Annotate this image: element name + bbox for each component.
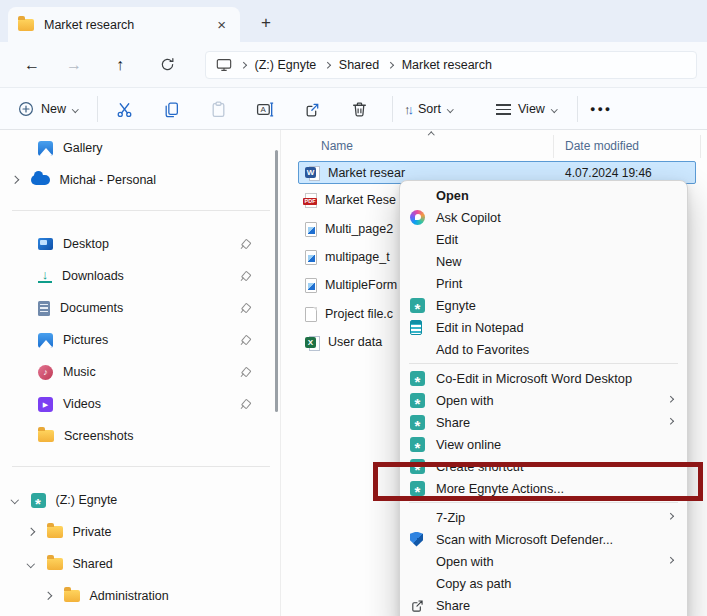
sort-ascending-icon <box>428 132 434 138</box>
folder-icon <box>38 430 54 442</box>
file-name: Market Rese <box>325 193 396 207</box>
refresh-button[interactable] <box>152 52 182 78</box>
column-date-modified[interactable]: Date modified <box>565 139 639 153</box>
sort-icon: ↑↓ <box>404 102 411 117</box>
cut-button[interactable] <box>108 93 140 125</box>
up-button[interactable]: ↑ <box>105 52 135 78</box>
back-button[interactable]: ← <box>17 52 47 78</box>
file-row-market-research-doc[interactable]: Market resear <box>305 161 405 184</box>
egnyte-icon: * <box>410 393 425 408</box>
address-bar[interactable]: (Z:) Egnyte Shared Market research <box>205 51 697 79</box>
sidebar-item-downloads[interactable]: ↓ Downloads <box>0 260 270 292</box>
menu-item-edit-in-notepad[interactable]: Edit in Notepad <box>400 316 687 338</box>
chevron-right-icon[interactable] <box>27 528 35 536</box>
sidebar-item-onedrive-personal[interactable]: Michał - Personal <box>0 164 270 196</box>
menu-item-add-to-favorites[interactable]: Add to Favorites <box>400 338 687 360</box>
downloads-icon: ↓ <box>38 269 52 283</box>
menu-item-ask-copilot[interactable]: Ask Copilot <box>400 206 687 228</box>
menu-item-egnyte-open-with[interactable]: * Open with <box>400 389 687 411</box>
pin-icon <box>237 268 252 283</box>
menu-item-egnyte-share[interactable]: * Share <box>400 411 687 433</box>
tab-market-research[interactable]: Market research × <box>8 7 240 42</box>
pin-icon <box>237 364 252 379</box>
column-name[interactable]: Name <box>321 139 353 153</box>
sidebar-item-shared[interactable]: Shared <box>0 548 270 580</box>
chevron-right-icon[interactable] <box>11 176 19 184</box>
sidebar-item-music[interactable]: ♪ Music <box>0 356 270 388</box>
chevron-right-icon <box>387 62 393 68</box>
menu-item-coedit-word-desktop[interactable]: * Co-Edit in Microsoft Word Desktop <box>400 367 687 389</box>
submenu-chevron-icon <box>667 396 673 402</box>
document-file-icon <box>305 222 317 237</box>
column-separator[interactable] <box>700 135 701 158</box>
sidebar-item-egnyte-drive[interactable]: * (Z:) Egnyte <box>0 484 270 516</box>
folder-icon <box>64 590 80 602</box>
file-name: User data <box>328 335 382 349</box>
sort-button[interactable]: ↑↓ Sort <box>398 92 458 126</box>
breadcrumb-market-research[interactable]: Market research <box>402 58 492 72</box>
view-icon <box>496 104 511 115</box>
sidebar-scrollbar[interactable] <box>275 150 278 412</box>
chevron-right-icon <box>240 62 246 68</box>
menu-item-7zip[interactable]: 7-Zip <box>400 506 687 528</box>
submenu-chevron-icon <box>667 418 673 424</box>
sidebar-item-gallery[interactable]: Gallery <box>0 132 270 164</box>
document-file-icon <box>305 250 317 265</box>
sidebar-item-desktop[interactable]: Desktop <box>0 228 270 260</box>
paste-button[interactable] <box>202 93 234 125</box>
copy-button[interactable] <box>155 93 187 125</box>
annotation-highlight-box <box>373 462 703 501</box>
new-button[interactable]: New <box>12 92 84 126</box>
toolbar-separator <box>577 96 578 122</box>
rename-icon: A <box>256 101 274 118</box>
file-row-user-data[interactable]: User data <box>305 331 382 353</box>
menu-item-share[interactable]: Share <box>400 594 687 616</box>
sidebar-item-videos[interactable]: ▶ Videos <box>0 388 270 420</box>
menu-item-open-with[interactable]: Open with <box>400 550 687 572</box>
forward-button[interactable]: → <box>59 52 89 78</box>
copilot-icon <box>410 210 425 225</box>
gallery-icon <box>38 141 53 156</box>
chevron-down-icon[interactable] <box>27 560 35 568</box>
sidebar-item-administration[interactable]: Administration <box>0 580 270 612</box>
menu-divider <box>409 502 678 503</box>
sidebar-item-pictures[interactable]: Pictures <box>0 324 270 356</box>
this-pc-icon <box>216 58 232 72</box>
file-row-pdf[interactable]: Market Rese <box>305 189 396 211</box>
folder-icon <box>47 526 63 538</box>
cut-icon <box>116 101 133 118</box>
file-row[interactable]: Multi_page2 <box>305 218 393 240</box>
sidebar-item-label: Downloads <box>62 269 124 283</box>
pictures-icon <box>38 333 53 348</box>
view-button[interactable]: View <box>490 92 562 126</box>
menu-item-egnyte[interactable]: * Egnyte <box>400 294 687 316</box>
menu-item-open[interactable]: Open <box>400 184 687 206</box>
sidebar-item-private[interactable]: Private <box>0 516 270 548</box>
sidebar-item-documents[interactable]: Documents <box>0 292 270 324</box>
see-more-button[interactable]: ●●● <box>584 92 618 126</box>
menu-item-scan-with-defender[interactable]: Scan with Microsoft Defender... <box>400 528 687 550</box>
column-headers: Name Date modified <box>281 131 707 161</box>
menu-item-view-online[interactable]: * View online <box>400 433 687 455</box>
file-row[interactable]: multipage_t <box>305 246 390 268</box>
menu-item-new[interactable]: New <box>400 250 687 272</box>
close-tab-icon[interactable]: × <box>213 16 230 33</box>
rename-button[interactable]: A <box>249 93 281 125</box>
breadcrumb-shared[interactable]: Shared <box>339 58 379 72</box>
chevron-right-icon[interactable] <box>44 592 52 600</box>
share-button[interactable] <box>296 93 328 125</box>
sidebar-item-screenshots[interactable]: Screenshots <box>0 420 270 452</box>
sidebar-item-label: Michał - Personal <box>60 173 157 187</box>
file-row[interactable]: MultipleForm <box>305 274 397 296</box>
menu-item-edit[interactable]: Edit <box>400 228 687 250</box>
column-separator[interactable] <box>553 135 554 158</box>
breadcrumb-drive[interactable]: (Z:) Egnyte <box>255 58 317 72</box>
videos-icon: ▶ <box>38 397 53 412</box>
menu-item-copy-as-path[interactable]: Copy as path <box>400 572 687 594</box>
menu-item-print[interactable]: Print <box>400 272 687 294</box>
chevron-down-icon[interactable] <box>11 496 19 504</box>
new-tab-button[interactable]: + <box>252 10 280 36</box>
share-icon <box>304 101 321 118</box>
file-row[interactable]: Project file.c <box>305 303 393 325</box>
delete-button[interactable] <box>343 93 375 125</box>
